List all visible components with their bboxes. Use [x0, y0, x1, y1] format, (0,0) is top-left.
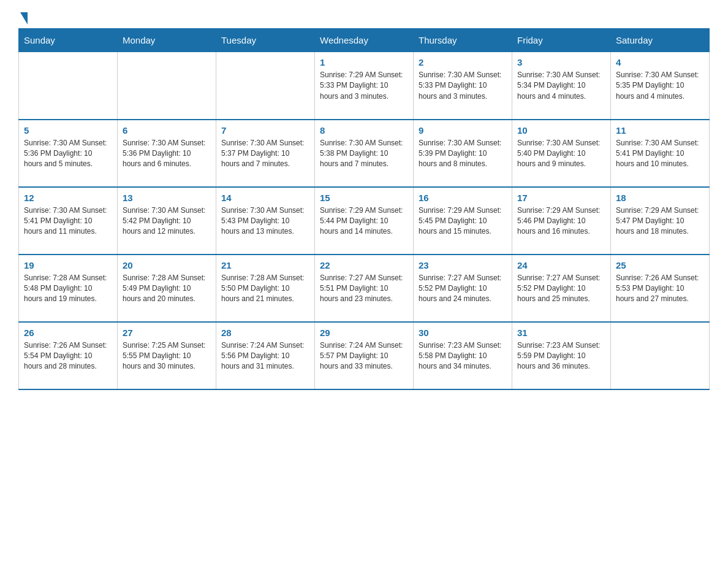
day-number: 31 — [517, 327, 605, 338]
calendar-cell: 1Sunrise: 7:29 AM Sunset: 5:33 PM Daylig… — [315, 52, 414, 120]
day-number: 8 — [320, 125, 408, 136]
day-info: Sunrise: 7:30 AM Sunset: 5:36 PM Dayligh… — [123, 138, 211, 170]
page-header — [18, 12, 710, 22]
day-info: Sunrise: 7:30 AM Sunset: 5:37 PM Dayligh… — [221, 138, 309, 170]
day-info: Sunrise: 7:30 AM Sunset: 5:39 PM Dayligh… — [419, 138, 507, 170]
day-number: 2 — [419, 57, 507, 67]
calendar-cell: 29Sunrise: 7:24 AM Sunset: 5:57 PM Dayli… — [315, 322, 414, 389]
calendar-cell — [611, 322, 710, 389]
calendar-header-saturday: Saturday — [611, 29, 710, 52]
calendar-cell: 23Sunrise: 7:27 AM Sunset: 5:52 PM Dayli… — [414, 255, 512, 322]
day-number: 27 — [123, 327, 211, 338]
day-info: Sunrise: 7:29 AM Sunset: 5:44 PM Dayligh… — [320, 205, 408, 237]
calendar-week-row: 5Sunrise: 7:30 AM Sunset: 5:36 PM Daylig… — [19, 120, 710, 187]
calendar-cell: 17Sunrise: 7:29 AM Sunset: 5:46 PM Dayli… — [512, 187, 611, 255]
day-number: 23 — [419, 260, 507, 270]
logo-arrow-icon — [20, 12, 28, 25]
day-number: 17 — [517, 193, 605, 203]
day-number: 7 — [221, 125, 309, 136]
day-number: 9 — [419, 125, 507, 136]
calendar-cell: 30Sunrise: 7:23 AM Sunset: 5:58 PM Dayli… — [414, 322, 512, 389]
calendar-week-row: 12Sunrise: 7:30 AM Sunset: 5:41 PM Dayli… — [19, 187, 710, 255]
calendar-cell: 7Sunrise: 7:30 AM Sunset: 5:37 PM Daylig… — [216, 120, 315, 187]
calendar-header-wednesday: Wednesday — [315, 29, 414, 52]
calendar-table: SundayMondayTuesdayWednesdayThursdayFrid… — [18, 28, 710, 390]
day-number: 11 — [616, 125, 704, 136]
day-info: Sunrise: 7:30 AM Sunset: 5:36 PM Dayligh… — [24, 138, 112, 170]
calendar-cell: 18Sunrise: 7:29 AM Sunset: 5:47 PM Dayli… — [611, 187, 710, 255]
logo — [18, 12, 28, 22]
day-number: 10 — [517, 125, 605, 136]
calendar-cell: 20Sunrise: 7:28 AM Sunset: 5:49 PM Dayli… — [118, 255, 216, 322]
day-number: 30 — [419, 327, 507, 338]
calendar-header-tuesday: Tuesday — [216, 29, 315, 52]
day-info: Sunrise: 7:30 AM Sunset: 5:40 PM Dayligh… — [517, 138, 605, 170]
calendar-cell: 10Sunrise: 7:30 AM Sunset: 5:40 PM Dayli… — [512, 120, 611, 187]
day-info: Sunrise: 7:24 AM Sunset: 5:57 PM Dayligh… — [320, 340, 408, 372]
calendar-cell: 12Sunrise: 7:30 AM Sunset: 5:41 PM Dayli… — [19, 187, 118, 255]
calendar-week-row: 19Sunrise: 7:28 AM Sunset: 5:48 PM Dayli… — [19, 255, 710, 322]
calendar-cell: 25Sunrise: 7:26 AM Sunset: 5:53 PM Dayli… — [611, 255, 710, 322]
day-number: 6 — [123, 125, 211, 136]
day-info: Sunrise: 7:27 AM Sunset: 5:52 PM Dayligh… — [517, 273, 605, 305]
calendar-cell: 24Sunrise: 7:27 AM Sunset: 5:52 PM Dayli… — [512, 255, 611, 322]
calendar-header-row: SundayMondayTuesdayWednesdayThursdayFrid… — [19, 29, 710, 52]
day-info: Sunrise: 7:26 AM Sunset: 5:53 PM Dayligh… — [616, 273, 704, 305]
calendar-cell: 14Sunrise: 7:30 AM Sunset: 5:43 PM Dayli… — [216, 187, 315, 255]
day-info: Sunrise: 7:30 AM Sunset: 5:38 PM Dayligh… — [320, 138, 408, 170]
calendar-cell: 26Sunrise: 7:26 AM Sunset: 5:54 PM Dayli… — [19, 322, 118, 389]
calendar-week-row: 1Sunrise: 7:29 AM Sunset: 5:33 PM Daylig… — [19, 52, 710, 120]
day-info: Sunrise: 7:27 AM Sunset: 5:52 PM Dayligh… — [419, 273, 507, 305]
day-number: 13 — [123, 193, 211, 203]
day-info: Sunrise: 7:28 AM Sunset: 5:50 PM Dayligh… — [221, 273, 309, 305]
day-info: Sunrise: 7:23 AM Sunset: 5:59 PM Dayligh… — [517, 340, 605, 372]
calendar-header-thursday: Thursday — [414, 29, 512, 52]
day-info: Sunrise: 7:30 AM Sunset: 5:33 PM Dayligh… — [419, 70, 507, 102]
day-info: Sunrise: 7:29 AM Sunset: 5:47 PM Dayligh… — [616, 205, 704, 237]
day-info: Sunrise: 7:25 AM Sunset: 5:55 PM Dayligh… — [123, 340, 211, 372]
day-number: 3 — [517, 57, 605, 67]
day-info: Sunrise: 7:27 AM Sunset: 5:51 PM Dayligh… — [320, 273, 408, 305]
calendar-cell: 2Sunrise: 7:30 AM Sunset: 5:33 PM Daylig… — [414, 52, 512, 120]
day-number: 4 — [616, 57, 704, 67]
calendar-cell: 16Sunrise: 7:29 AM Sunset: 5:45 PM Dayli… — [414, 187, 512, 255]
day-info: Sunrise: 7:30 AM Sunset: 5:42 PM Dayligh… — [123, 205, 211, 237]
calendar-cell: 4Sunrise: 7:30 AM Sunset: 5:35 PM Daylig… — [611, 52, 710, 120]
calendar-cell: 22Sunrise: 7:27 AM Sunset: 5:51 PM Dayli… — [315, 255, 414, 322]
calendar-header-friday: Friday — [512, 29, 611, 52]
calendar-header-monday: Monday — [118, 29, 216, 52]
day-number: 15 — [320, 193, 408, 203]
day-number: 25 — [616, 260, 704, 270]
day-info: Sunrise: 7:30 AM Sunset: 5:43 PM Dayligh… — [221, 205, 309, 237]
calendar-cell: 13Sunrise: 7:30 AM Sunset: 5:42 PM Dayli… — [118, 187, 216, 255]
day-number: 5 — [24, 125, 112, 136]
calendar-cell — [118, 52, 216, 120]
day-info: Sunrise: 7:30 AM Sunset: 5:41 PM Dayligh… — [24, 205, 112, 237]
day-info: Sunrise: 7:23 AM Sunset: 5:58 PM Dayligh… — [419, 340, 507, 372]
calendar-cell: 27Sunrise: 7:25 AM Sunset: 5:55 PM Dayli… — [118, 322, 216, 389]
day-number: 24 — [517, 260, 605, 270]
calendar-cell: 31Sunrise: 7:23 AM Sunset: 5:59 PM Dayli… — [512, 322, 611, 389]
day-info: Sunrise: 7:28 AM Sunset: 5:49 PM Dayligh… — [123, 273, 211, 305]
calendar-cell: 9Sunrise: 7:30 AM Sunset: 5:39 PM Daylig… — [414, 120, 512, 187]
day-info: Sunrise: 7:26 AM Sunset: 5:54 PM Dayligh… — [24, 340, 112, 372]
calendar-cell: 11Sunrise: 7:30 AM Sunset: 5:41 PM Dayli… — [611, 120, 710, 187]
calendar-cell: 3Sunrise: 7:30 AM Sunset: 5:34 PM Daylig… — [512, 52, 611, 120]
day-number: 28 — [221, 327, 309, 338]
calendar-cell: 8Sunrise: 7:30 AM Sunset: 5:38 PM Daylig… — [315, 120, 414, 187]
day-number: 20 — [123, 260, 211, 270]
calendar-cell: 5Sunrise: 7:30 AM Sunset: 5:36 PM Daylig… — [19, 120, 118, 187]
calendar-cell: 19Sunrise: 7:28 AM Sunset: 5:48 PM Dayli… — [19, 255, 118, 322]
day-info: Sunrise: 7:30 AM Sunset: 5:34 PM Dayligh… — [517, 70, 605, 102]
calendar-cell — [19, 52, 118, 120]
day-number: 26 — [24, 327, 112, 338]
day-number: 16 — [419, 193, 507, 203]
calendar-cell — [216, 52, 315, 120]
day-info: Sunrise: 7:29 AM Sunset: 5:33 PM Dayligh… — [320, 70, 408, 102]
day-number: 1 — [320, 57, 408, 67]
day-number: 14 — [221, 193, 309, 203]
day-number: 18 — [616, 193, 704, 203]
calendar-week-row: 26Sunrise: 7:26 AM Sunset: 5:54 PM Dayli… — [19, 322, 710, 389]
day-info: Sunrise: 7:29 AM Sunset: 5:46 PM Dayligh… — [517, 205, 605, 237]
day-info: Sunrise: 7:29 AM Sunset: 5:45 PM Dayligh… — [419, 205, 507, 237]
